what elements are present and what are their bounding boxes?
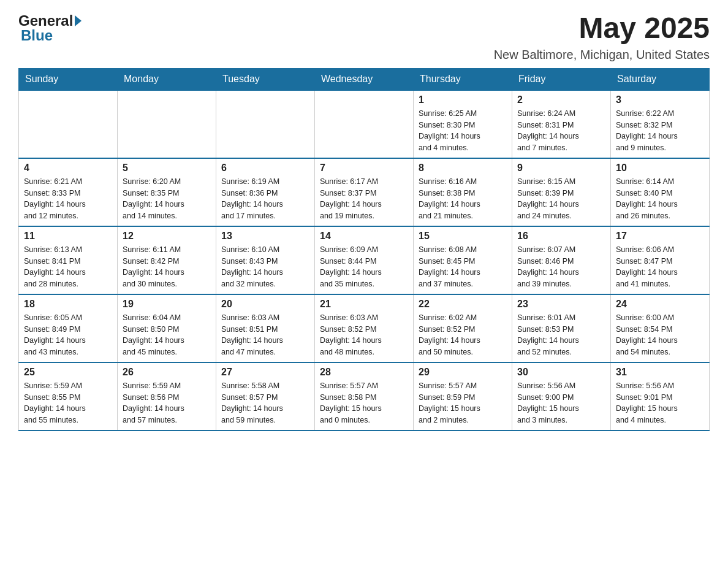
day-info: Sunrise: 6:25 AM Sunset: 8:30 PM Dayligh… bbox=[419, 108, 507, 154]
day-number: 17 bbox=[616, 231, 704, 242]
calendar-cell: 6Sunrise: 6:19 AM Sunset: 8:36 PM Daylig… bbox=[216, 158, 315, 226]
day-number: 22 bbox=[419, 299, 507, 310]
calendar-cell: 29Sunrise: 5:57 AM Sunset: 8:59 PM Dayli… bbox=[414, 362, 512, 431]
col-header-friday: Friday bbox=[512, 68, 611, 90]
day-info: Sunrise: 6:22 AM Sunset: 8:32 PM Dayligh… bbox=[616, 108, 704, 154]
day-number: 16 bbox=[517, 231, 605, 242]
calendar-cell: 14Sunrise: 6:09 AM Sunset: 8:44 PM Dayli… bbox=[315, 226, 414, 294]
calendar-cell: 24Sunrise: 6:00 AM Sunset: 8:54 PM Dayli… bbox=[611, 294, 710, 362]
day-number: 11 bbox=[24, 231, 112, 242]
calendar-cell: 20Sunrise: 6:03 AM Sunset: 8:51 PM Dayli… bbox=[216, 294, 315, 362]
calendar-cell bbox=[216, 90, 315, 158]
calendar-table: SundayMondayTuesdayWednesdayThursdayFrid… bbox=[18, 68, 710, 431]
day-number: 27 bbox=[221, 367, 309, 378]
day-number: 24 bbox=[616, 299, 704, 310]
day-info: Sunrise: 6:20 AM Sunset: 8:35 PM Dayligh… bbox=[123, 176, 211, 222]
calendar-cell: 31Sunrise: 5:56 AM Sunset: 9:01 PM Dayli… bbox=[611, 362, 710, 431]
calendar-week-2: 4Sunrise: 6:21 AM Sunset: 8:33 PM Daylig… bbox=[19, 158, 710, 226]
col-header-wednesday: Wednesday bbox=[315, 68, 414, 90]
calendar-cell: 28Sunrise: 5:57 AM Sunset: 8:58 PM Dayli… bbox=[315, 362, 414, 431]
day-info: Sunrise: 6:09 AM Sunset: 8:44 PM Dayligh… bbox=[320, 244, 408, 290]
calendar-cell: 23Sunrise: 6:01 AM Sunset: 8:53 PM Dayli… bbox=[512, 294, 611, 362]
calendar-cell: 4Sunrise: 6:21 AM Sunset: 8:33 PM Daylig… bbox=[19, 158, 118, 226]
day-number: 28 bbox=[320, 367, 408, 378]
calendar-cell: 18Sunrise: 6:05 AM Sunset: 8:49 PM Dayli… bbox=[19, 294, 118, 362]
calendar-week-3: 11Sunrise: 6:13 AM Sunset: 8:41 PM Dayli… bbox=[19, 226, 710, 294]
calendar-cell: 27Sunrise: 5:58 AM Sunset: 8:57 PM Dayli… bbox=[216, 362, 315, 431]
calendar-cell: 8Sunrise: 6:16 AM Sunset: 8:38 PM Daylig… bbox=[414, 158, 512, 226]
day-number: 1 bbox=[419, 94, 507, 105]
day-number: 18 bbox=[24, 299, 112, 310]
calendar-cell: 11Sunrise: 6:13 AM Sunset: 8:41 PM Dayli… bbox=[19, 226, 118, 294]
day-info: Sunrise: 5:57 AM Sunset: 8:59 PM Dayligh… bbox=[419, 380, 507, 426]
location-title: New Baltimore, Michigan, United States bbox=[494, 48, 710, 62]
day-number: 8 bbox=[419, 163, 507, 174]
day-number: 31 bbox=[616, 367, 704, 378]
day-info: Sunrise: 6:24 AM Sunset: 8:31 PM Dayligh… bbox=[517, 108, 605, 154]
day-number: 14 bbox=[320, 231, 408, 242]
calendar-cell bbox=[118, 90, 216, 158]
calendar-cell: 25Sunrise: 5:59 AM Sunset: 8:55 PM Dayli… bbox=[19, 362, 118, 431]
day-number: 10 bbox=[616, 163, 704, 174]
col-header-thursday: Thursday bbox=[414, 68, 512, 90]
day-info: Sunrise: 6:16 AM Sunset: 8:38 PM Dayligh… bbox=[419, 176, 507, 222]
day-info: Sunrise: 6:14 AM Sunset: 8:40 PM Dayligh… bbox=[616, 176, 704, 222]
calendar-cell: 30Sunrise: 5:56 AM Sunset: 9:00 PM Dayli… bbox=[512, 362, 611, 431]
calendar-cell bbox=[19, 90, 118, 158]
day-info: Sunrise: 5:59 AM Sunset: 8:55 PM Dayligh… bbox=[24, 380, 112, 426]
calendar-cell: 7Sunrise: 6:17 AM Sunset: 8:37 PM Daylig… bbox=[315, 158, 414, 226]
day-info: Sunrise: 6:10 AM Sunset: 8:43 PM Dayligh… bbox=[221, 244, 309, 290]
day-info: Sunrise: 6:03 AM Sunset: 8:51 PM Dayligh… bbox=[221, 312, 309, 358]
day-info: Sunrise: 6:07 AM Sunset: 8:46 PM Dayligh… bbox=[517, 244, 605, 290]
day-info: Sunrise: 6:05 AM Sunset: 8:49 PM Dayligh… bbox=[24, 312, 112, 358]
calendar-week-4: 18Sunrise: 6:05 AM Sunset: 8:49 PM Dayli… bbox=[19, 294, 710, 362]
col-header-tuesday: Tuesday bbox=[216, 68, 315, 90]
day-number: 25 bbox=[24, 367, 112, 378]
day-number: 19 bbox=[123, 299, 211, 310]
logo-arrow-icon bbox=[75, 15, 82, 26]
logo: General Blue bbox=[18, 12, 83, 44]
day-info: Sunrise: 6:17 AM Sunset: 8:37 PM Dayligh… bbox=[320, 176, 408, 222]
day-number: 9 bbox=[517, 163, 605, 174]
col-header-sunday: Sunday bbox=[19, 68, 118, 90]
calendar-cell: 19Sunrise: 6:04 AM Sunset: 8:50 PM Dayli… bbox=[118, 294, 216, 362]
calendar-cell: 3Sunrise: 6:22 AM Sunset: 8:32 PM Daylig… bbox=[611, 90, 710, 158]
calendar-cell: 16Sunrise: 6:07 AM Sunset: 8:46 PM Dayli… bbox=[512, 226, 611, 294]
day-info: Sunrise: 6:04 AM Sunset: 8:50 PM Dayligh… bbox=[123, 312, 211, 358]
day-info: Sunrise: 5:56 AM Sunset: 9:01 PM Dayligh… bbox=[616, 380, 704, 426]
col-header-monday: Monday bbox=[118, 68, 216, 90]
calendar-cell: 9Sunrise: 6:15 AM Sunset: 8:39 PM Daylig… bbox=[512, 158, 611, 226]
calendar-cell: 2Sunrise: 6:24 AM Sunset: 8:31 PM Daylig… bbox=[512, 90, 611, 158]
day-number: 2 bbox=[517, 94, 605, 105]
day-number: 21 bbox=[320, 299, 408, 310]
calendar-cell bbox=[315, 90, 414, 158]
calendar-cell: 15Sunrise: 6:08 AM Sunset: 8:45 PM Dayli… bbox=[414, 226, 512, 294]
day-number: 26 bbox=[123, 367, 211, 378]
title-section: May 2025 New Baltimore, Michigan, United… bbox=[494, 12, 710, 62]
day-info: Sunrise: 6:13 AM Sunset: 8:41 PM Dayligh… bbox=[24, 244, 112, 290]
calendar-cell: 1Sunrise: 6:25 AM Sunset: 8:30 PM Daylig… bbox=[414, 90, 512, 158]
day-number: 12 bbox=[123, 231, 211, 242]
day-info: Sunrise: 6:06 AM Sunset: 8:47 PM Dayligh… bbox=[616, 244, 704, 290]
day-info: Sunrise: 6:15 AM Sunset: 8:39 PM Dayligh… bbox=[517, 176, 605, 222]
day-info: Sunrise: 5:56 AM Sunset: 9:00 PM Dayligh… bbox=[517, 380, 605, 426]
day-info: Sunrise: 5:57 AM Sunset: 8:58 PM Dayligh… bbox=[320, 380, 408, 426]
calendar-cell: 21Sunrise: 6:03 AM Sunset: 8:52 PM Dayli… bbox=[315, 294, 414, 362]
day-info: Sunrise: 6:02 AM Sunset: 8:52 PM Dayligh… bbox=[419, 312, 507, 358]
day-info: Sunrise: 6:11 AM Sunset: 8:42 PM Dayligh… bbox=[123, 244, 211, 290]
day-info: Sunrise: 5:59 AM Sunset: 8:56 PM Dayligh… bbox=[123, 380, 211, 426]
calendar-header-row: SundayMondayTuesdayWednesdayThursdayFrid… bbox=[19, 68, 710, 90]
day-number: 15 bbox=[419, 231, 507, 242]
day-info: Sunrise: 6:03 AM Sunset: 8:52 PM Dayligh… bbox=[320, 312, 408, 358]
logo-blue: Blue bbox=[21, 27, 83, 44]
day-number: 6 bbox=[221, 163, 309, 174]
day-number: 7 bbox=[320, 163, 408, 174]
col-header-saturday: Saturday bbox=[611, 68, 710, 90]
calendar-week-5: 25Sunrise: 5:59 AM Sunset: 8:55 PM Dayli… bbox=[19, 362, 710, 431]
day-number: 30 bbox=[517, 367, 605, 378]
day-number: 29 bbox=[419, 367, 507, 378]
day-number: 4 bbox=[24, 163, 112, 174]
day-info: Sunrise: 6:01 AM Sunset: 8:53 PM Dayligh… bbox=[517, 312, 605, 358]
calendar-cell: 10Sunrise: 6:14 AM Sunset: 8:40 PM Dayli… bbox=[611, 158, 710, 226]
day-number: 3 bbox=[616, 94, 704, 105]
